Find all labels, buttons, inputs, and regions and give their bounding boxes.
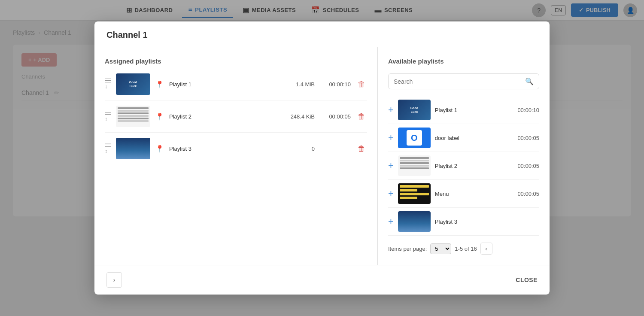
delete-button-1[interactable]: 🗑: [356, 78, 367, 91]
playlist-thumb-1: GoodLuck: [116, 73, 150, 95]
available-item-4: + Menu 00:00:05: [388, 180, 539, 208]
search-icon: 🔍: [525, 77, 534, 85]
channel-modal: Channel 1 Assigned playlists ↕ GoodLuck: [94, 21, 550, 295]
location-icon-3[interactable]: 📍: [155, 145, 164, 153]
avail-thumb-2: O: [398, 128, 431, 148]
modal-overlay: Channel 1 Assigned playlists ↕ GoodLuck: [0, 0, 644, 316]
avail-duration-3: 00:00:05: [517, 163, 539, 169]
assigned-panel-title: Assigned playlists: [105, 58, 367, 65]
add-playlist-1-button[interactable]: +: [388, 104, 394, 115]
delete-button-2[interactable]: 🗑: [356, 110, 367, 123]
playlist-size-3: 0: [280, 146, 315, 152]
location-icon-2[interactable]: 📍: [155, 112, 164, 121]
avail-thumb-1: GoodLuck: [398, 100, 431, 120]
avail-thumb-5: [398, 211, 431, 232]
pagination-row: Items per page: 5 10 20 1-5 of 16 ‹: [388, 236, 539, 255]
assigned-playlist-row-3: ↕ 📍 Playlist 3 0 🗑: [105, 138, 367, 164]
available-item-1: + GoodLuck Playlist 1 00:00:10: [388, 96, 539, 124]
drag-handle-2[interactable]: ↕: [105, 111, 111, 122]
assigned-playlist-row-2: ↕ 📍 Playlist 2 248.4: [105, 106, 367, 133]
per-page-select[interactable]: 5 10 20: [430, 243, 451, 254]
modal-title: Channel 1: [106, 30, 148, 40]
playlist-size-1: 1.4 MiB: [280, 81, 315, 88]
modal-body: Assigned playlists ↕ GoodLuck 📍 Playlist…: [94, 47, 550, 265]
playlist-name-1: Playlist 1: [169, 81, 275, 88]
modal-footer: › CLOSE: [94, 265, 550, 295]
available-panel: Available playlists 🔍 + GoodLuck Playlis…: [378, 47, 550, 265]
playlist-thumb-3: [116, 138, 150, 159]
avail-name-2: door label: [435, 135, 513, 141]
playlist-thumb-2: [116, 106, 150, 127]
close-button[interactable]: CLOSE: [516, 276, 538, 283]
location-icon-1[interactable]: 📍: [155, 80, 164, 88]
search-input[interactable]: [394, 78, 525, 85]
page-info: 1-5 of 16: [455, 246, 477, 252]
avail-thumb-3: [398, 155, 431, 176]
assigned-playlist-row-1: ↕ GoodLuck 📍 Playlist 1 1.4 MiB 00:00:10…: [105, 73, 367, 100]
avail-thumb-4: [398, 183, 431, 204]
playlist-name-2: Playlist 2: [169, 113, 275, 120]
drag-handle-3[interactable]: ↕: [105, 143, 111, 154]
delete-button-3[interactable]: 🗑: [356, 143, 367, 155]
drag-handle-1[interactable]: ↕: [105, 79, 111, 90]
playlist-name-3: Playlist 3: [169, 146, 275, 152]
avail-name-3: Playlist 2: [435, 163, 513, 169]
available-item-2: + O door label 00:00:05: [388, 124, 539, 152]
add-playlist-5-button[interactable]: +: [388, 216, 394, 227]
items-per-page-label: Items per page:: [388, 246, 427, 252]
search-box[interactable]: 🔍: [388, 73, 539, 89]
available-item-5: + Playlist 3: [388, 208, 539, 236]
add-playlist-2-button[interactable]: +: [388, 132, 394, 143]
add-playlist-4-button[interactable]: +: [388, 188, 394, 199]
assigned-panel: Assigned playlists ↕ GoodLuck 📍 Playlist…: [94, 47, 378, 265]
modal-header: Channel 1: [94, 21, 550, 47]
avail-duration-1: 00:00:10: [517, 107, 539, 113]
avail-name-5: Playlist 3: [435, 219, 535, 225]
playlist-duration-2: 00:00:05: [320, 113, 351, 120]
available-panel-title: Available playlists: [388, 58, 539, 65]
avail-name-4: Menu: [435, 191, 513, 197]
playlist-duration-1: 00:00:10: [320, 81, 351, 88]
playlist-size-2: 248.4 KiB: [280, 113, 315, 120]
expand-button[interactable]: ›: [106, 272, 122, 288]
available-item-3: + Playlist 2 00:00:05: [388, 152, 539, 180]
avail-duration-4: 00:00:05: [517, 191, 539, 197]
avail-duration-2: 00:00:05: [517, 135, 539, 141]
prev-page-button[interactable]: ‹: [480, 243, 492, 255]
avail-name-1: Playlist 1: [435, 107, 513, 113]
add-playlist-3-button[interactable]: +: [388, 160, 394, 171]
